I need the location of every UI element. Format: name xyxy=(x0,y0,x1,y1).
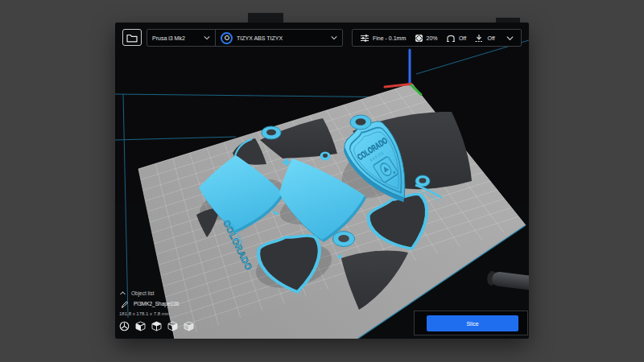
collapse-caret-icon xyxy=(119,290,126,296)
support-setting: Off xyxy=(446,34,466,43)
support-value: Off xyxy=(459,35,466,41)
infill-setting: 20% xyxy=(415,34,438,43)
pencil-icon xyxy=(121,300,129,308)
chevron-down-icon xyxy=(204,35,210,40)
view-top-button[interactable] xyxy=(151,321,162,331)
top-toolbar: Prusa i3 Mk2 TIZYX ABS TIZYX Fine - 0. xyxy=(115,23,529,51)
view-3d-icon xyxy=(119,321,130,331)
view-front-button[interactable] xyxy=(135,321,146,331)
printer-selector[interactable]: Prusa i3 Mk2 xyxy=(147,30,216,46)
view-left-button[interactable] xyxy=(167,321,178,331)
camera-view-buttons xyxy=(119,321,194,331)
infill-value: 20% xyxy=(427,35,438,41)
cube-top-icon xyxy=(151,321,162,331)
view-3d-button[interactable] xyxy=(119,321,130,331)
profile-value: Fine - 0.1mm xyxy=(373,35,406,41)
open-file-button[interactable] xyxy=(122,29,142,46)
cube-left-icon xyxy=(167,321,178,331)
object-name: PI3MK2_Shape036 xyxy=(134,301,179,306)
object-list-title: Object list xyxy=(131,290,155,296)
configuration-bar: Prusa i3 Mk2 TIZYX ABS TIZYX xyxy=(147,29,343,47)
slice-button[interactable]: Slice xyxy=(427,315,518,331)
desktop: { "toolbar": { "machine_name": "Prusa i3… xyxy=(0,0,644,362)
object-list-item[interactable]: PI3MK2_Shape036 xyxy=(121,298,194,309)
tune-sliders-icon xyxy=(360,34,369,43)
adhesion-icon xyxy=(474,34,484,43)
chevron-down-icon xyxy=(506,35,514,41)
slicer-app-window: COLORADO RAPIDS COLORADO RAPIDS xyxy=(115,23,529,339)
object-dimensions: 181.8 x 178.1 x 7.8 mm xyxy=(119,311,194,316)
profile-setting: Fine - 0.1mm xyxy=(360,34,406,43)
print-settings-bar[interactable]: Fine - 0.1mm 20% Off xyxy=(352,29,522,47)
object-list-panel: Object list PI3MK2_Shape036 181.8 x 178.… xyxy=(119,288,194,331)
printer-name: Prusa i3 Mk2 xyxy=(152,35,200,41)
cube-right-icon xyxy=(184,321,194,331)
view-right-button[interactable] xyxy=(184,321,194,331)
extruder-icon xyxy=(221,32,233,44)
model-part-corner-dot[interactable] xyxy=(338,255,342,259)
cube-front-icon xyxy=(135,321,146,331)
adhesion-value: Off xyxy=(487,35,494,41)
adhesion-setting: Off xyxy=(474,34,494,43)
infill-icon xyxy=(415,34,423,43)
chevron-down-icon xyxy=(331,35,337,40)
slice-action-panel: Slice xyxy=(414,311,528,335)
material-name: TIZYX ABS TIZYX xyxy=(237,35,328,41)
folder-icon xyxy=(126,33,138,43)
support-icon xyxy=(446,34,456,43)
object-list-header[interactable]: Object list xyxy=(119,288,194,298)
material-selector[interactable]: TIZYX ABS TIZYX xyxy=(216,30,342,46)
